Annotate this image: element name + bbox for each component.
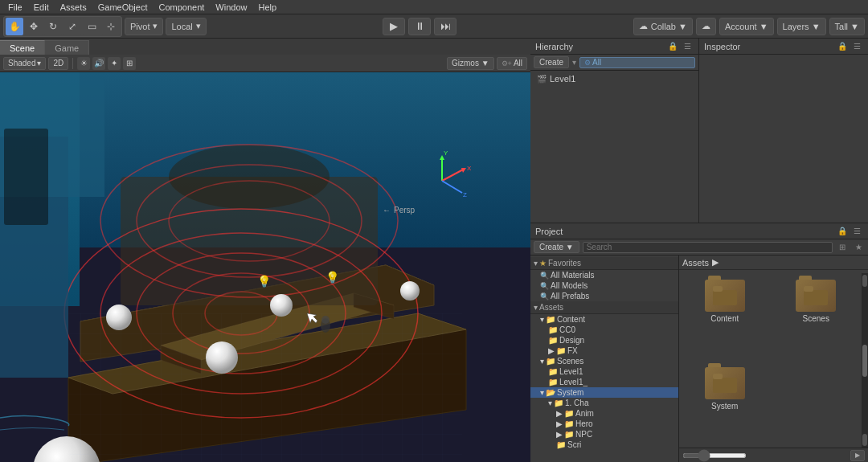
2d-toggle[interactable]: 2D — [48, 57, 68, 70]
tree-all-models[interactable]: 🔍 All Models — [530, 280, 678, 291]
scene-audio-btn[interactable]: 🔊 — [92, 57, 105, 70]
menu-component[interactable]: Component — [154, 2, 209, 13]
local-dropdown[interactable]: Local ▾ — [166, 18, 206, 35]
zoom-slider[interactable] — [682, 453, 747, 458]
move-tool-btn[interactable]: ✥ — [25, 18, 43, 35]
step-button[interactable]: ⏭ — [434, 18, 457, 35]
anim-label: Anim — [575, 409, 594, 418]
menu-assets[interactable]: Assets — [55, 2, 92, 13]
fx-label: FX — [567, 346, 578, 355]
inspector-tab: Inspector — [704, 42, 740, 51]
level1-label: Level1 — [550, 74, 575, 84]
cloud-btn[interactable]: ☁ — [696, 18, 716, 35]
inspector-menu-btn[interactable]: ☰ — [850, 40, 863, 53]
menu-edit[interactable]: Edit — [29, 2, 54, 13]
hierarchy-menu-btn[interactable]: ☰ — [681, 40, 694, 53]
shading-dropdown[interactable]: Shaded ▾ — [3, 57, 46, 70]
menu-gameobject[interactable]: GameObject — [93, 2, 153, 13]
scene-tab[interactable]: Scene — [0, 40, 45, 55]
game-tab[interactable]: Game — [45, 40, 89, 55]
assets-scroll-thumb[interactable] — [862, 345, 867, 377]
account-dropdown[interactable]: Account ▼ — [719, 18, 774, 35]
assets-scroll-track2 — [862, 377, 867, 435]
project-search-type-btn[interactable]: ⊞ — [836, 241, 849, 254]
asset-scenes[interactable]: Scenes — [774, 276, 859, 358]
tree-1cha[interactable]: ▾ 📁 1. Cha — [530, 398, 678, 408]
system-label: System — [557, 388, 583, 397]
svg-rect-41 — [713, 290, 737, 305]
tree-scenes[interactable]: ▾ 📁 Scenes — [530, 356, 678, 366]
npc-label: NPC — [575, 430, 592, 439]
tree-all-materials[interactable]: 🔍 All Materials — [530, 270, 678, 280]
project-search-input[interactable] — [583, 242, 833, 253]
rect-tool-btn[interactable]: ▭ — [83, 18, 100, 35]
gizmos-dropdown[interactable]: Gizmos ▼ — [447, 57, 494, 70]
hero-folder-icon: 📁 — [564, 419, 574, 428]
asset-system[interactable]: System — [682, 364, 768, 445]
rotate-tool-btn[interactable]: ↻ — [44, 18, 62, 35]
pivot-chevron: ▾ — [153, 21, 158, 31]
tall-dropdown[interactable]: Tall ▼ — [829, 18, 865, 35]
hierarchy-level1[interactable]: 🎬 Level1 — [530, 72, 698, 85]
pause-button[interactable]: ⏸ — [408, 18, 431, 35]
shading-label: Shaded — [8, 59, 35, 67]
viewport-panel: Scene Game Shaded ▾ 2D ☀ 🔊 ✦ ⊞ Gizmos ▼ … — [0, 39, 530, 462]
hierarchy-filter[interactable]: ⚙ All — [579, 57, 695, 68]
scene-fx-btn[interactable]: ✦ — [108, 57, 121, 70]
tree-content[interactable]: ▾ 📁 Content — [530, 314, 678, 325]
assets-scroll-down-btn[interactable] — [862, 434, 867, 446]
project-star-btn[interactable]: ★ — [852, 241, 865, 254]
scenes-arrow: ▾ — [540, 357, 544, 366]
1cha-folder-icon: 📁 — [554, 399, 563, 407]
playback-controls: ▶ ⏸ ⏭ — [209, 18, 631, 35]
hierarchy-create-btn[interactable]: Create — [534, 56, 569, 68]
npc-arrow: ▶ — [556, 430, 563, 439]
menu-help[interactable]: Help — [253, 2, 281, 13]
tree-scri[interactable]: 📁 Scri — [530, 440, 678, 450]
project-lock-btn[interactable]: 🔒 — [836, 225, 849, 238]
project-menu-btn[interactable]: ☰ — [850, 225, 863, 238]
menu-window[interactable]: Window — [211, 2, 252, 13]
project-bottom-play-btn[interactable]: ▶ — [850, 450, 865, 461]
menu-bar: File Edit Assets GameObject Component Wi… — [0, 0, 868, 14]
tree-npc[interactable]: ▶ 📁 NPC — [530, 429, 678, 440]
tree-system[interactable]: ▾ 📂 System — [530, 387, 678, 398]
scene-scene-btn[interactable]: ⊞ — [123, 57, 136, 70]
assets-grid-scroll: Content Scenes — [679, 273, 868, 448]
hand-tool-btn[interactable]: ✋ — [6, 18, 23, 35]
all-prefabs-label: All Prefabs — [551, 292, 589, 301]
scene-viewport[interactable]: 💡 💡 Y X — [0, 72, 530, 462]
scene-lights-btn[interactable]: ☀ — [77, 57, 90, 70]
all-filter[interactable]: ⚙+ All — [497, 57, 527, 70]
tree-design[interactable]: 📁 Design — [530, 335, 678, 345]
layers-dropdown[interactable]: Layers ▼ — [777, 18, 826, 35]
play-button[interactable]: ▶ — [383, 18, 405, 35]
hierarchy-content[interactable]: 🎬 Level1 — [530, 71, 698, 223]
menu-file[interactable]: File — [3, 2, 27, 13]
tree-anim[interactable]: ▶ 📁 Anim — [530, 408, 678, 419]
system-asset-label: System — [711, 402, 738, 411]
scale-tool-btn[interactable]: ⤢ — [63, 18, 81, 35]
hierarchy-lock-btn[interactable]: 🔒 — [666, 40, 679, 53]
content-folder-asset — [705, 280, 745, 312]
assets-scrollbar[interactable] — [862, 273, 868, 448]
inspector-lock-btn[interactable]: 🔒 — [836, 40, 849, 53]
transform-tool-btn[interactable]: ⊹ — [102, 18, 120, 35]
cc0-label: CC0 — [559, 325, 575, 334]
project-tree[interactable]: ▾ ★ Favorites 🔍 All Materials 🔍 All Mode… — [530, 256, 679, 462]
tree-hero[interactable]: ▶ 📁 Hero — [530, 419, 678, 429]
level1-scene-icon: 🎬 — [537, 75, 547, 84]
tree-all-prefabs[interactable]: 🔍 All Prefabs — [530, 291, 678, 301]
project-create-btn[interactable]: Create ▼ — [534, 241, 579, 253]
assets-scroll-up-btn[interactable] — [862, 275, 867, 287]
tree-cc0[interactable]: 📁 CC0 — [530, 325, 678, 335]
layers-label: Layers ▼ — [783, 22, 821, 31]
assets-grid[interactable]: Content Scenes — [679, 273, 862, 448]
pivot-dropdown[interactable]: Pivot ▾ — [125, 18, 163, 35]
tree-fx[interactable]: ▶ 📁 FX — [530, 345, 678, 356]
tree-level1b[interactable]: 📁 Level1_ — [530, 377, 678, 387]
tree-level1a[interactable]: 📁 Level1 — [530, 366, 678, 377]
collab-dropdown[interactable]: ☁ Collab ▼ — [633, 18, 693, 35]
all-prefabs-icon: 🔍 — [540, 292, 549, 301]
asset-content[interactable]: Content — [682, 276, 768, 358]
